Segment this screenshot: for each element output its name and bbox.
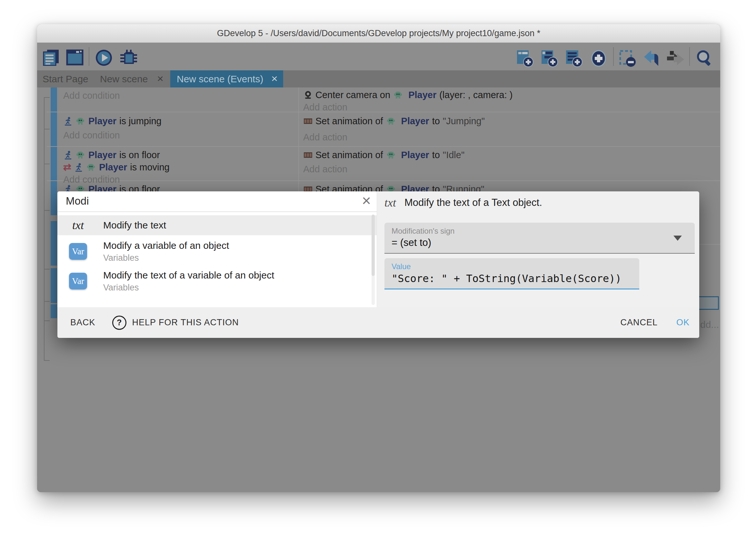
platformer-runner-icon	[63, 116, 73, 126]
var-icon: Var	[69, 273, 87, 289]
value-input-field[interactable]: Value "Score: " + ToString(Variable(Scor…	[385, 258, 639, 289]
add-circle-icon[interactable]	[589, 49, 608, 69]
debug-icon[interactable]	[118, 49, 137, 68]
ok-button[interactable]: OK	[676, 317, 690, 328]
player-object-icon	[75, 116, 85, 126]
help-button-label: HELP FOR THIS ACTION	[132, 317, 239, 328]
list-item-group: Variables	[103, 253, 229, 263]
action-text: Set animation of	[316, 150, 383, 160]
search-input[interactable]: Modi	[66, 191, 89, 211]
platformer-runner-icon	[63, 150, 73, 160]
list-scrollbar[interactable]	[371, 215, 375, 305]
add-condition-button[interactable]: Add condition	[63, 89, 298, 102]
condition-text: is on floor	[119, 150, 160, 160]
remove-event-icon[interactable]	[618, 49, 637, 69]
list-item-modify-the-text[interactable]: txt Modify the text	[57, 215, 377, 235]
event-color-bar	[51, 181, 57, 215]
app-window: GDevelop 5 - /Users/david/Documents/GDev…	[37, 24, 720, 492]
platformer-runner-icon	[74, 162, 84, 172]
add-action-button[interactable]: Add action	[303, 163, 720, 175]
action-center-camera[interactable]: Center camera on Player (layer: , camera…	[303, 89, 720, 101]
condition-text: is moving	[130, 162, 170, 173]
chevron-down-icon	[673, 235, 682, 241]
action-set-animation[interactable]: Set animation of Player to "Jumping"	[303, 115, 720, 127]
screenshot-canvas: GDevelop 5 - /Users/david/Documents/GDev…	[0, 0, 756, 537]
object-name: Player	[88, 150, 116, 160]
modification-sign-select[interactable]: Modification's sign = (set to)	[385, 223, 695, 254]
undo-icon[interactable]	[643, 49, 662, 69]
field-value: = (set to)	[392, 237, 431, 248]
object-name: Player	[401, 116, 429, 127]
add-event-icon[interactable]	[516, 49, 534, 69]
action-text: Set animation of	[316, 116, 383, 127]
toolbar-divider	[689, 47, 690, 66]
add-action-button[interactable]: Add action	[303, 131, 720, 143]
event-bracket	[44, 360, 50, 361]
action-set-animation[interactable]: Set animation of Player to "Idle"	[303, 149, 720, 161]
action-editor-dialog: Modi × txt Modify the text Var Modify a …	[57, 191, 699, 338]
condition-text: is jumping	[119, 116, 162, 127]
animation-filmstrip-icon	[303, 150, 313, 160]
action-title: Modify the text of a Text object.	[404, 197, 542, 208]
action-params: (layer: , camera: )	[439, 90, 512, 101]
add-subevent-icon[interactable]	[540, 49, 559, 69]
event-row[interactable]: Player is jumping Add condition Set anim…	[47, 112, 720, 147]
action-header: txt Modify the text of a Text object.	[385, 196, 542, 209]
tab-new-scene[interactable]: New scene	[100, 70, 148, 87]
cancel-button[interactable]: CANCEL	[620, 317, 658, 328]
help-button[interactable]: ? HELP FOR THIS ACTION	[112, 315, 239, 330]
event-bracket	[44, 269, 50, 269]
search-icon[interactable]	[695, 49, 714, 69]
action-text: Center camera on	[316, 90, 390, 101]
scene-editor-icon[interactable]	[65, 49, 84, 67]
search-bar[interactable]: Modi ×	[57, 191, 377, 212]
action-text: to	[432, 116, 440, 127]
list-item-label: Modify a variable of an object	[103, 240, 229, 251]
tab-new-scene-events[interactable]: New scene (Events) ×	[170, 70, 283, 87]
toolbar-divider	[613, 47, 614, 66]
action-text: to	[432, 150, 440, 160]
list-item-group: Variables	[103, 283, 274, 293]
condition-is-moving[interactable]: ⇄ Player is moving	[63, 161, 298, 173]
object-name: Player	[401, 150, 429, 160]
txt-icon: txt	[385, 196, 396, 209]
move-arrows-icon: ⇄	[63, 162, 71, 172]
dialog-actions-bar: BACK ? HELP FOR THIS ACTION CANCEL OK	[57, 307, 699, 338]
event-color-bar	[51, 112, 57, 146]
value-expression[interactable]: "Score: " + ToString(Variable(Score))	[392, 272, 622, 285]
event-row[interactable]: Add condition Center camera on Player (l…	[47, 87, 720, 112]
list-item-label: Modify the text of a variable of an obje…	[103, 270, 274, 281]
project-manager-icon[interactable]	[42, 49, 60, 67]
tab-new-scene-close-icon[interactable]: ×	[157, 70, 164, 87]
add-condition-button[interactable]: Add condition	[63, 129, 298, 141]
player-object-icon	[75, 150, 85, 160]
focused-field-outline[interactable]	[698, 296, 719, 310]
event-row-divider	[699, 244, 720, 245]
action-config-pane: txt Modify the text of a Text object. Mo…	[380, 191, 699, 307]
close-icon[interactable]: ×	[362, 191, 371, 211]
condition-on-floor[interactable]: Player is on floor	[63, 149, 298, 161]
action-list: txt Modify the text Var Modify a variabl…	[57, 212, 377, 307]
truncated-add-text: dd...	[700, 319, 719, 330]
list-item-modify-text-of-variable[interactable]: Var Modify the text of a variable of an …	[57, 268, 377, 294]
toolbar-divider	[89, 47, 89, 66]
tab-new-scene-events-label: New scene (Events)	[177, 70, 263, 87]
add-comment-icon[interactable]	[565, 49, 584, 69]
field-label: Value	[392, 262, 411, 271]
action-value: "Idle"	[443, 150, 465, 160]
redo-icon[interactable]	[667, 49, 685, 69]
animation-filmstrip-icon	[303, 116, 313, 126]
object-name: Player	[88, 116, 116, 127]
preview-play-icon[interactable]	[95, 49, 113, 68]
event-row[interactable]: Player is on floor ⇄ Player is moving Ad…	[47, 147, 720, 181]
player-object-icon	[386, 150, 396, 160]
player-object-icon	[86, 162, 96, 172]
list-item-label: Modify the text	[103, 220, 166, 231]
tab-start-page[interactable]: Start Page	[43, 70, 88, 87]
condition-is-jumping[interactable]: Player is jumping	[63, 115, 298, 127]
tab-new-scene-events-close-icon[interactable]: ×	[271, 70, 278, 87]
back-button[interactable]: BACK	[70, 317, 95, 328]
add-action-button[interactable]: Add action	[303, 101, 720, 113]
list-item-modify-variable[interactable]: Var Modify a variable of an object Varia…	[57, 238, 377, 264]
titlebar: GDevelop 5 - /Users/david/Documents/GDev…	[37, 24, 720, 43]
